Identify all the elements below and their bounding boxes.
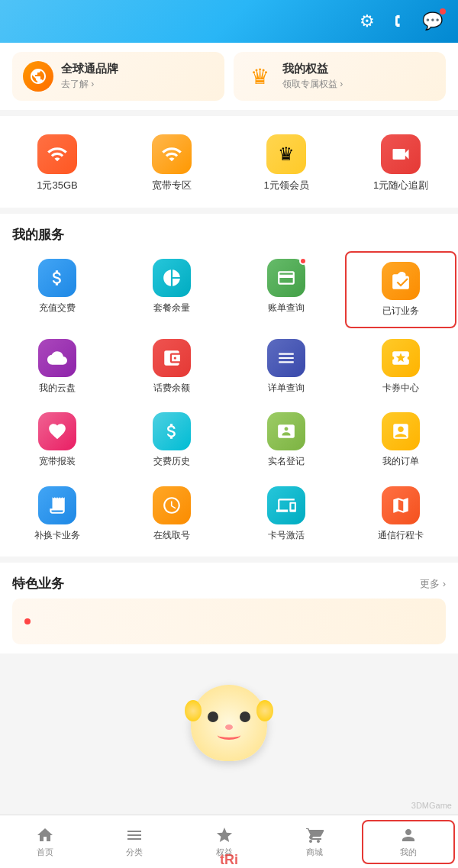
preview-dot	[24, 618, 31, 624]
service-realname[interactable]: 实名登记	[229, 403, 344, 477]
bill-badge	[299, 257, 307, 265]
service-bill[interactable]: 账单查询	[229, 250, 344, 330]
service-label-balance: 话费余额	[153, 382, 190, 395]
special-preview	[12, 599, 446, 644]
service-icon-recharge	[38, 259, 76, 297]
service-label-package: 套餐余量	[153, 302, 190, 315]
nav-rights-label: 权益	[216, 847, 233, 858]
global-brand-icon	[23, 61, 53, 92]
service-label-sim-replace: 补换卡业务	[34, 530, 80, 542]
nav-mine[interactable]: 我的	[362, 820, 455, 864]
service-icon-travel-card	[382, 486, 420, 524]
service-label-recharge: 充值交费	[39, 302, 76, 315]
service-online-number[interactable]: 在线取号	[114, 477, 229, 551]
bottom-nav: 首页 分类 权益 商城 我的	[0, 815, 458, 868]
service-label-travel-card: 通信行程卡	[378, 530, 424, 542]
service-icon-sim-replace	[38, 486, 76, 524]
nav-rights[interactable]: 权益	[179, 821, 269, 863]
quick-label-member: 1元领会员	[263, 179, 308, 192]
banner-rights-text: 我的权益 领取专属权益 ›	[282, 62, 343, 91]
service-cloud[interactable]: 我的云盘	[0, 330, 114, 404]
quick-icon-member: ♛	[266, 134, 306, 174]
mascot-mouth	[218, 731, 240, 740]
nav-home[interactable]: 首页	[0, 821, 90, 863]
quick-icon-broadband	[152, 134, 192, 174]
service-my-order[interactable]: 我的订单	[344, 403, 458, 477]
service-label-my-order: 我的订单	[382, 456, 419, 468]
quick-item-drama[interactable]: 1元随心追剧	[344, 128, 458, 202]
service-label-broadband-install: 宽带报装	[39, 456, 76, 468]
more-link[interactable]: 更多 ›	[420, 577, 446, 591]
service-icon-cloud	[38, 339, 76, 377]
service-icon-coupon	[382, 339, 420, 377]
service-label-card-activate: 卡号激活	[268, 530, 305, 542]
nav-category[interactable]: 分类	[90, 821, 180, 863]
service-icon-realname	[267, 412, 305, 450]
nav-shop[interactable]: 商城	[269, 821, 360, 863]
nav-mine-label: 我的	[400, 847, 417, 858]
mascot-nose	[225, 724, 233, 730]
banner-section: 全球通品牌 去了解 › ♛ 我的权益 领取专属权益 ›	[0, 43, 458, 110]
header: ⚙ 🕻 💬	[0, 0, 458, 43]
page-content: ⚙ 🕻 💬 全球通品牌 去了解 › ♛	[0, 0, 458, 715]
quick-label-drama: 1元随心追剧	[373, 179, 428, 192]
quick-section: 1元35GB 宽带专区 ♛ 1元领会员	[0, 116, 458, 208]
service-icon-online-number	[153, 486, 191, 524]
service-icon-bill	[267, 259, 305, 297]
my-services-section: 我的服务 充值交费 套餐余量	[0, 214, 458, 557]
crown-icon: ♛	[244, 61, 275, 92]
service-label-subscribed: 已订业务	[382, 305, 419, 318]
banner-global[interactable]: 全球通品牌 去了解 ›	[12, 52, 224, 101]
quick-icon-35gb	[37, 134, 77, 174]
special-title: 特色业务	[12, 575, 64, 592]
service-icon-broadband-install	[38, 412, 76, 450]
special-section: 特色业务 更多 ›	[0, 563, 458, 653]
service-travel-card[interactable]: 通信行程卡	[344, 477, 458, 551]
service-icon-card-activate	[267, 486, 305, 524]
settings-icon[interactable]: ⚙	[360, 11, 375, 31]
banner-global-text: 全球通品牌 去了解 ›	[61, 62, 118, 91]
service-subscribed[interactable]: 已订业务	[345, 251, 456, 328]
service-detail[interactable]: 详单查询	[229, 330, 344, 404]
service-icon-payment-history	[153, 412, 191, 450]
quick-label-broadband: 宽带专区	[152, 179, 192, 192]
service-label-detail: 详单查询	[268, 382, 305, 395]
service-icon-subscribed	[382, 262, 420, 300]
quick-item-broadband[interactable]: 宽带专区	[114, 128, 229, 202]
quick-item-member[interactable]: ♛ 1元领会员	[229, 128, 344, 202]
service-balance[interactable]: 话费余额	[114, 330, 229, 404]
service-icon-balance	[153, 339, 191, 377]
service-label-cloud: 我的云盘	[39, 382, 76, 395]
service-payment-history[interactable]: 交费历史	[114, 403, 229, 477]
service-broadband-install[interactable]: 宽带报装	[0, 403, 114, 477]
quick-grid: 1元35GB 宽带专区 ♛ 1元领会员	[0, 128, 458, 202]
my-services-title: 我的服务	[0, 214, 458, 250]
banner-rights[interactable]: ♛ 我的权益 领取专属权益 ›	[234, 52, 446, 101]
chat-badge	[440, 8, 446, 15]
service-icon-package	[153, 259, 191, 297]
service-sim-replace[interactable]: 补换卡业务	[0, 477, 114, 551]
headset-icon[interactable]: 🕻	[390, 11, 407, 31]
watermark-text: 3DMGame	[411, 801, 452, 810]
quick-label-35gb: 1元35GB	[37, 179, 77, 192]
nav-home-label: 首页	[37, 847, 53, 858]
service-label-bill: 账单查询	[268, 302, 305, 315]
service-coupon[interactable]: 卡券中心	[344, 330, 458, 404]
service-label-payment-history: 交费历史	[153, 456, 190, 468]
service-icon-detail	[267, 339, 305, 377]
quick-item-35gb[interactable]: 1元35GB	[0, 128, 114, 202]
service-recharge[interactable]: 充值交费	[0, 250, 114, 330]
chat-icon[interactable]: 💬	[422, 11, 443, 31]
service-label-online-number: 在线取号	[153, 530, 190, 542]
services-grid: 充值交费 套餐余量 账单查询	[0, 250, 458, 557]
quick-icon-drama	[381, 134, 421, 174]
service-label-realname: 实名登记	[268, 456, 305, 468]
nav-category-label: 分类	[126, 847, 143, 858]
service-icon-my-order	[382, 412, 420, 450]
service-card-activate[interactable]: 卡号激活	[229, 477, 344, 551]
service-label-coupon: 卡券中心	[382, 382, 419, 395]
special-header: 特色业务 更多 ›	[0, 563, 458, 599]
nav-shop-label: 商城	[306, 847, 323, 858]
service-package[interactable]: 套餐余量	[114, 250, 229, 330]
